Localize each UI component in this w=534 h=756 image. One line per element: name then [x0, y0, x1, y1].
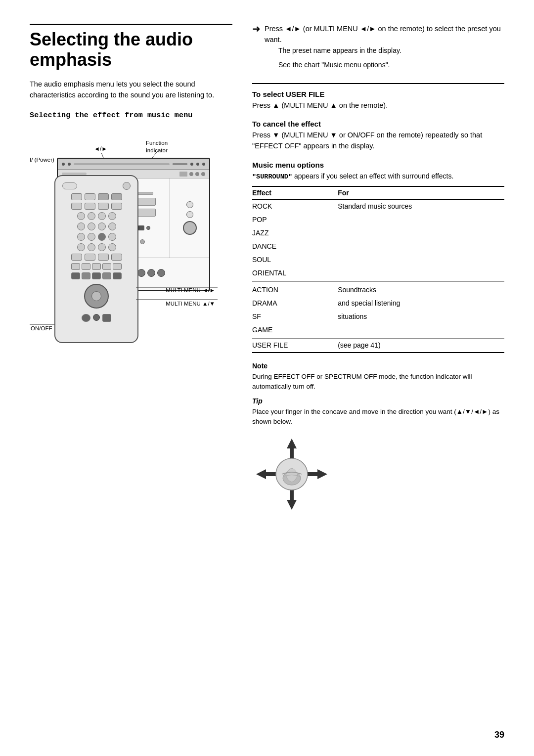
- svg-rect-14: [307, 472, 317, 476]
- section-user-file: To select USER FILE Press ▲ (MULTI MENU …: [252, 90, 504, 111]
- table-header-effect: Effect: [252, 186, 338, 199]
- svg-marker-11: [256, 469, 266, 479]
- for-dance: [338, 240, 504, 253]
- direction-diagram: [252, 435, 504, 514]
- device-diagram: I/ (Power) ◄/► Functionindicator: [30, 126, 218, 343]
- arrow-symbol: ➜: [252, 23, 261, 35]
- svg-marker-7: [287, 439, 297, 448]
- cancel-body: Press ▼ (MULTI MENU ▼ or ON/OFF on the r…: [252, 130, 504, 152]
- instruction-note1: The preset name appears in the display.: [278, 45, 504, 56]
- remote-diagram: MULTI MENU ◄/► MULTI MENU ▲/▼ ON/OFF: [54, 175, 138, 343]
- effect-rock: ROCK: [252, 199, 338, 213]
- effect-oriental: ORIENTAL: [252, 267, 338, 282]
- for-game: [338, 323, 504, 339]
- note-label: Note: [252, 362, 504, 370]
- effect-game: GAME: [252, 323, 338, 339]
- for-soul: [338, 253, 504, 267]
- tip-body: Place your finger in the concave and mov…: [252, 407, 504, 427]
- for-rock: Standard music sources: [338, 199, 504, 213]
- tip-label: Tip: [252, 397, 504, 405]
- svg-marker-9: [287, 500, 297, 510]
- for-oriental: [338, 267, 504, 282]
- surround-text: "SURROUND": [252, 173, 292, 180]
- svg-marker-13: [317, 469, 327, 479]
- user-file-body: Press ▲ (MULTI MENU ▲ on the remote).: [252, 100, 504, 111]
- table-row: POP: [252, 213, 504, 226]
- section-music-menu: Music menu options "SURROUND" appears if…: [252, 161, 504, 353]
- label-function: Functionindicator: [146, 139, 168, 154]
- cancel-heading: To cancel the effect: [252, 120, 504, 128]
- music-menu-surround-note: "SURROUND" appears if you select an effe…: [252, 171, 504, 182]
- instruction-main-text: Press ◄/► (or MULTI MENU ◄/► on the remo…: [265, 24, 504, 45]
- instruction-block: ➜ Press ◄/► (or MULTI MENU ◄/► on the re…: [252, 24, 504, 74]
- effect-soul: SOUL: [252, 253, 338, 267]
- label-power: I/ (Power): [30, 156, 54, 164]
- section1-heading: Selecting the effect from music menu: [30, 111, 232, 120]
- direction-svg: [252, 435, 331, 514]
- effect-user-file: USER FILE: [252, 339, 338, 353]
- svg-rect-12: [266, 472, 277, 476]
- music-options-table: Effect For ROCK Standard music sources P…: [252, 186, 504, 353]
- svg-rect-8: [290, 448, 294, 459]
- surround-note-rest: appears if you select an effect with sur…: [294, 172, 453, 180]
- page-title: Selecting the audio emphasis: [30, 24, 232, 70]
- for-sf: situations: [338, 310, 504, 323]
- effect-action: ACTION: [252, 282, 338, 297]
- table-row: GAME: [252, 323, 504, 339]
- table-row: ORIENTAL: [252, 267, 504, 282]
- table-row: JAZZ: [252, 226, 504, 240]
- label-nav: ◄/►: [94, 145, 107, 152]
- effect-sf: SF: [252, 310, 338, 323]
- table-row: SOUL: [252, 253, 504, 267]
- for-pop: [338, 213, 504, 226]
- table-row: ACTION Soundtracks: [252, 282, 504, 297]
- svg-rect-10: [290, 489, 294, 500]
- intro-paragraph: The audio emphasis menu lets you select …: [30, 79, 232, 101]
- page-number: 39: [494, 730, 504, 740]
- effect-jazz: JAZZ: [252, 226, 338, 240]
- for-action: Soundtracks: [338, 282, 504, 297]
- table-row: ROCK Standard music sources: [252, 199, 504, 213]
- label-on-off: ON/OFF: [31, 325, 52, 331]
- effect-pop: POP: [252, 213, 338, 226]
- divider-1: [252, 83, 504, 84]
- note-body: During EFFECT OFF or SPECTRUM OFF mode, …: [252, 372, 504, 392]
- remote-label-multi-ud: MULTI MENU ▲/▼: [166, 298, 215, 310]
- for-drama: and special listening: [338, 297, 504, 310]
- instruction-note2: See the chart "Music menu options".: [278, 60, 504, 70]
- tip-section: Tip Place your finger in the concave and…: [252, 397, 504, 427]
- user-file-heading: To select USER FILE: [252, 90, 504, 98]
- table-row: DANCE: [252, 240, 504, 253]
- effect-drama: DRAMA: [252, 297, 338, 310]
- for-user-file: (see page 41): [338, 339, 504, 353]
- table-row: USER FILE (see page 41): [252, 339, 504, 353]
- effect-dance: DANCE: [252, 240, 338, 253]
- note-section: Note During EFFECT OFF or SPECTRUM OFF m…: [252, 362, 504, 392]
- section-cancel: To cancel the effect Press ▼ (MULTI MENU…: [252, 120, 504, 152]
- table-header-for: For: [338, 186, 504, 199]
- remote-label-multi-lr: MULTI MENU ◄/►: [166, 285, 215, 296]
- table-row: DRAMA and special listening: [252, 297, 504, 310]
- table-row: SF situations: [252, 310, 504, 323]
- music-menu-heading: Music menu options: [252, 161, 504, 169]
- for-jazz: [338, 226, 504, 240]
